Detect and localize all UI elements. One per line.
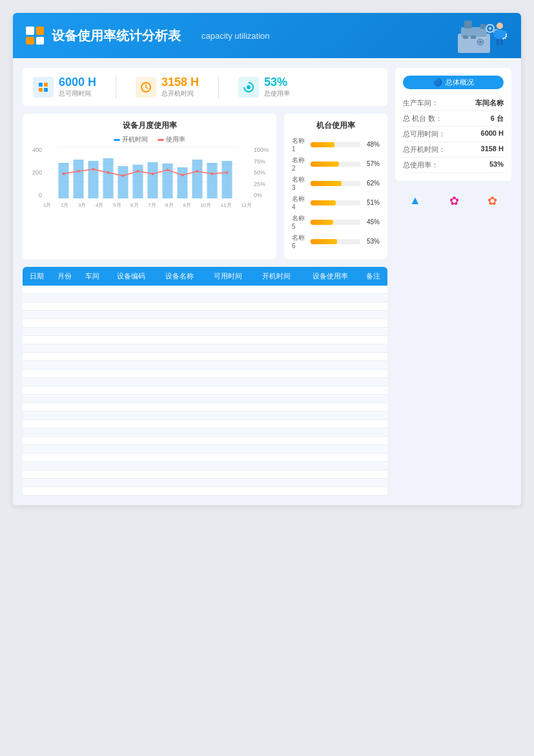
table-row	[23, 454, 387, 462]
stat-icon-available	[33, 77, 54, 98]
cell-24-7	[301, 487, 360, 496]
cell-22-6	[252, 470, 300, 479]
cell-20-1	[50, 454, 78, 462]
cell-24-1	[50, 487, 78, 496]
cell-2-3	[107, 302, 155, 311]
bottom-icon-right[interactable]: ✿	[488, 194, 497, 208]
cell-16-8	[360, 420, 387, 428]
table-row	[23, 420, 387, 428]
cell-5-5	[203, 328, 252, 336]
cell-4-1	[50, 319, 78, 328]
table-row	[23, 470, 387, 479]
cell-21-3	[107, 462, 155, 470]
svg-rect-18	[44, 83, 48, 87]
cell-23-8	[360, 479, 387, 487]
cell-8-6	[252, 353, 300, 361]
separator-2	[218, 76, 219, 98]
table-header-row: 日期月份车间设备编码设备名称可用时间开机时间设备使用率备注	[23, 267, 387, 286]
overview-header: 🔵 总体概况	[403, 76, 504, 89]
cell-15-0	[23, 412, 50, 420]
chart-legend: 开机时间 使用率	[29, 135, 270, 144]
cell-22-7	[301, 470, 360, 479]
cell-13-2	[79, 395, 107, 403]
table-row	[23, 487, 387, 496]
bottom-icon-left[interactable]: ▲	[409, 194, 421, 208]
overview-row-1: 总 机台 数： 6 台	[403, 111, 504, 127]
overview-rows: 生产车间： 车间名称 总 机台 数： 6 台 总可用时间： 6000 H 总开机…	[403, 96, 504, 173]
stat-icon-running	[136, 77, 156, 98]
bar-item-2: 名称2 57%	[292, 156, 380, 172]
cell-11-4	[155, 378, 203, 386]
cell-3-3	[107, 311, 155, 319]
cell-17-6	[252, 428, 300, 437]
cell-15-3	[107, 412, 155, 420]
cell-8-5	[203, 353, 252, 361]
svg-point-7	[497, 23, 503, 29]
cell-12-7	[301, 386, 360, 395]
svg-rect-12	[500, 39, 503, 45]
bottom-icon-middle[interactable]: ✿	[449, 194, 459, 208]
svg-rect-8	[497, 30, 503, 39]
svg-point-47	[181, 174, 184, 176]
cell-22-2	[79, 470, 107, 479]
cell-18-3	[107, 437, 155, 445]
stat-available-value: 6000 H	[59, 76, 96, 89]
cell-23-0	[23, 479, 50, 487]
month-2: 2月	[61, 202, 68, 209]
overview-label-0: 生产车间：	[403, 98, 438, 108]
cell-3-0	[23, 311, 50, 319]
col-header-4: 设备名称	[155, 267, 203, 286]
cell-2-5	[203, 302, 252, 311]
cell-1-7	[301, 294, 360, 302]
data-table: 日期月份车间设备编码设备名称可用时间开机时间设备使用率备注	[23, 267, 387, 496]
bar-pct-4: 51%	[364, 199, 380, 206]
col-header-3: 设备编码	[107, 267, 155, 286]
cell-19-4	[155, 445, 203, 454]
bar-pct-6: 53%	[364, 238, 380, 245]
svg-rect-30	[103, 158, 114, 198]
table-row	[23, 336, 387, 344]
overview-value-3: 3158 H	[481, 145, 504, 154]
table-row	[23, 395, 387, 403]
cell-24-5	[203, 487, 252, 496]
cell-8-1	[50, 353, 78, 361]
legend-running-dot	[114, 139, 120, 141]
left-panel: 6000 H 总可用时间 3158 H 总开机时间	[23, 68, 387, 496]
overview-title: 总体概况	[446, 78, 474, 87]
cell-4-0	[23, 319, 50, 328]
table-row	[23, 328, 387, 336]
overview-value-0: 车间名称	[475, 98, 504, 108]
svg-point-41	[92, 168, 95, 171]
bar-label-5: 名称5	[292, 214, 307, 230]
table-box: 日期月份车间设备编码设备名称可用时间开机时间设备使用率备注	[23, 267, 387, 496]
cell-6-8	[360, 336, 387, 344]
cell-21-5	[203, 462, 252, 470]
cell-11-6	[252, 378, 300, 386]
y-right-0: 0%	[254, 192, 270, 198]
bar-track-2	[311, 162, 360, 167]
legend-usage: 使用率	[158, 135, 185, 144]
cell-21-4	[155, 462, 203, 470]
cell-12-8	[360, 386, 387, 395]
cell-22-5	[203, 470, 252, 479]
cell-17-1	[50, 428, 78, 437]
col-header-8: 备注	[360, 267, 387, 286]
month-4: 4月	[96, 202, 103, 209]
cell-18-2	[79, 437, 107, 445]
cell-15-2	[79, 412, 107, 420]
overview-row-4: 总使用率： 53%	[403, 158, 504, 173]
cell-17-7	[301, 428, 360, 437]
month-10: 10月	[200, 202, 211, 209]
table-row	[23, 412, 387, 420]
cell-9-6	[252, 361, 300, 370]
cell-5-6	[252, 328, 300, 336]
legend-usage-dot	[158, 139, 164, 141]
cell-20-7	[301, 454, 360, 462]
overview-value-4: 53%	[489, 160, 504, 170]
table-row	[23, 445, 387, 454]
bar-track-5	[311, 220, 360, 225]
cell-2-8	[360, 302, 387, 311]
cell-2-7	[301, 302, 360, 311]
charts-row: 设备月度使用率 开机时间 使用率 400 200 0	[23, 114, 387, 259]
cell-5-2	[79, 328, 107, 336]
